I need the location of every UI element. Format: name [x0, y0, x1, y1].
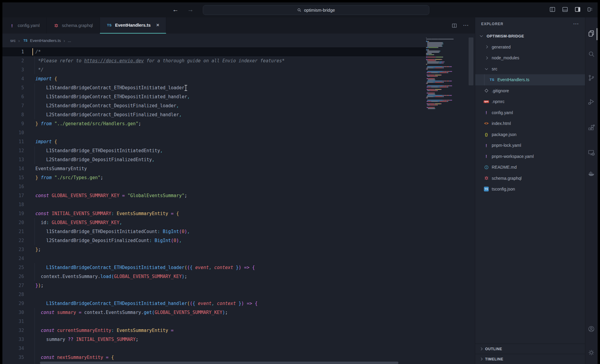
vertical-scrollbar[interactable] — [469, 37, 473, 85]
command-center[interactable]: optimism-bridge — [203, 5, 429, 15]
line-number: 30 — [2, 308, 33, 317]
source-control-icon[interactable] — [588, 74, 595, 81]
chevron-right-icon — [480, 348, 483, 351]
tree-item-label: tsconfig.json — [492, 187, 515, 191]
tree-item-label: .gitignore — [492, 88, 509, 93]
tree-item-.gitignore[interactable]: .gitignore — [475, 85, 585, 96]
tree-item-label: pnpm-workspace.yaml — [492, 154, 534, 159]
json-icon: {} — [483, 132, 489, 137]
tree-item-EventHandlers.ts[interactable]: TSEventHandlers.ts — [475, 74, 585, 85]
tree-item-pnpm-lock.yaml[interactable]: !pnpm-lock.yaml — [475, 140, 585, 151]
line-number: 16 — [2, 182, 33, 191]
breadcrumb-label: EventHandlers.ts — [30, 38, 61, 43]
search-icon[interactable] — [588, 50, 595, 58]
tree-item-label: index.html — [492, 121, 511, 126]
tree-item-index.html[interactable]: <>index.html — [475, 118, 585, 129]
line-number: 17 — [2, 191, 33, 200]
minimap[interactable] — [426, 37, 467, 109]
tree-item-label: schema.graphql — [492, 176, 522, 181]
ts-mini-icon: TS — [22, 39, 28, 42]
toggle-sidebar-left-button[interactable] — [549, 6, 556, 13]
line-number: 23 — [2, 245, 33, 254]
tree-item-tsconfig.json[interactable]: TStsconfig.json — [475, 184, 585, 195]
remote-icon[interactable] — [588, 149, 595, 156]
command-center-text: optimism-bridge — [304, 8, 335, 13]
vscode-window: ← → optimism-bridge !config.yamlschema.g… — [2, 2, 598, 364]
code-line: 24 — [2, 254, 475, 263]
line-number: 21 — [2, 227, 33, 236]
forward-button[interactable]: → — [186, 6, 195, 13]
timeline-section[interactable]: TIMELINE — [475, 354, 585, 364]
outline-section[interactable]: OUTLINE — [475, 344, 585, 354]
code-line: 35 const nextSummaryEntity = { — [2, 353, 475, 362]
editor-group: !config.yamlschema.graphqlTSEventHandler… — [2, 17, 475, 364]
tree-item-package.json[interactable]: {}package.json — [475, 129, 585, 140]
tsconfig-icon: TS — [483, 187, 489, 191]
line-number: 32 — [2, 326, 33, 335]
chevron-right-icon — [483, 46, 489, 48]
code-line: 26 context.EventsSummary.load(GLOBAL_EVE… — [2, 272, 475, 281]
tree-item-src[interactable]: src — [475, 64, 585, 75]
code-line: 34 — [2, 344, 475, 353]
close-tab-icon[interactable]: × — [156, 22, 159, 28]
breadcrumb-item[interactable]: ... — [68, 38, 71, 43]
chevron-right-icon — [485, 56, 488, 59]
files-icon[interactable] — [588, 30, 595, 37]
yaml-icon: ! — [483, 143, 489, 148]
chevron-right-icon — [480, 358, 483, 361]
yaml-icon: ! — [483, 110, 489, 115]
tree-root-folder[interactable]: OPTIMISM-BRIDGE — [475, 31, 585, 42]
breadcrumb-item[interactable]: TSEventHandlers.ts — [22, 38, 61, 43]
mouse-ibeam-cursor — [184, 84, 188, 91]
line-number: 26 — [2, 272, 33, 281]
code-line: 29 L1StandardBridgeContract_ETHDepositIn… — [2, 299, 475, 308]
chevron-down-icon — [478, 35, 484, 37]
split-editor-icon[interactable] — [452, 23, 457, 28]
active-view-indicator — [597, 28, 597, 40]
line-number: 11 — [2, 137, 33, 146]
chevron-down-icon — [483, 68, 489, 70]
extensions-icon[interactable] — [588, 124, 595, 132]
code-editor[interactable]: 1/*2 *Please refer to https://docs.envio… — [2, 47, 475, 364]
tab-schema.graphql[interactable]: schema.graphql — [46, 17, 100, 34]
tree-item-generated[interactable]: generated — [475, 42, 585, 53]
search-icon — [297, 8, 302, 12]
git-icon — [483, 89, 489, 93]
tree-item-README.md[interactable]: README.md — [475, 162, 585, 173]
customize-layout-button[interactable] — [587, 6, 593, 13]
code-line: 11import { — [2, 137, 475, 146]
npm-icon: npm — [483, 100, 489, 103]
debug-icon[interactable] — [588, 98, 595, 105]
account-icon[interactable] — [588, 325, 595, 333]
breadcrumb-item[interactable]: src — [10, 38, 16, 43]
tab-config.yaml[interactable]: !config.yaml — [2, 17, 46, 34]
tree-item-config.yaml[interactable]: !config.yaml — [475, 107, 585, 118]
back-button[interactable]: ← — [171, 6, 180, 13]
tree-item-.npmrc[interactable]: npm.npmrc — [475, 96, 585, 107]
code-line: 19const INITIAL_EVENTS_SUMMARY: EventsSu… — [2, 209, 475, 218]
toggle-panel-button[interactable] — [562, 6, 568, 13]
tree-item-schema.graphql[interactable]: schema.graphql — [475, 173, 585, 184]
tree-item-node_modules[interactable]: node_modules — [475, 52, 585, 64]
tree-item-label: pnpm-lock.yaml — [492, 143, 521, 148]
settings-icon[interactable] — [588, 349, 595, 356]
docker-icon[interactable] — [588, 170, 595, 177]
tree-item-pnpm-workspace.yaml[interactable]: !pnpm-workspace.yaml — [475, 151, 585, 162]
editor-more-button[interactable]: ··· — [463, 23, 469, 28]
code-line: 15} from "./src/Types.gen"; — [2, 173, 475, 182]
activity-bar — [585, 17, 597, 364]
explorer-sidebar: EXPLORER ··· OPTIMISM-BRIDGEgeneratednod… — [475, 17, 585, 364]
breadcrumb-separator: › — [18, 38, 20, 43]
line-number: 7 — [2, 101, 33, 110]
info-icon — [483, 165, 489, 170]
horizontal-scrollbar[interactable] — [40, 362, 398, 364]
tab-label: EventHandlers.ts — [115, 23, 151, 28]
line-number: 19 — [2, 209, 33, 218]
sidebar-more-button[interactable]: ··· — [573, 21, 579, 27]
line-number: 15 — [2, 173, 33, 182]
tab-EventHandlers.ts[interactable]: TSEventHandlers.ts× — [100, 17, 166, 34]
toggle-sidebar-right-button[interactable] — [574, 6, 581, 13]
code-line: 7 L2StandardBridgeContract_DepositFinali… — [2, 101, 475, 110]
line-number: 4 — [2, 74, 33, 83]
line-number: 8 — [2, 110, 33, 119]
